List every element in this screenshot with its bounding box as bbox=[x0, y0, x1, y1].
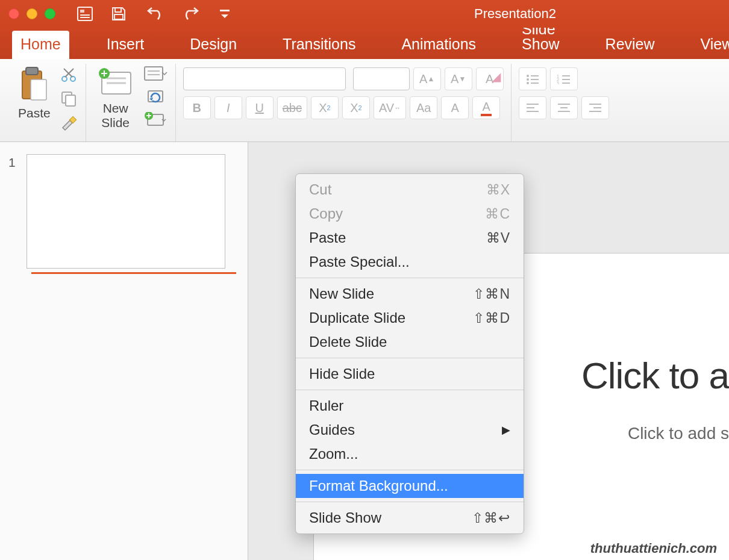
menu-item-shortcut: ⇧⌘N bbox=[473, 286, 510, 302]
tab-transitions[interactable]: Transitions bbox=[274, 31, 364, 59]
menu-item-zoom[interactable]: Zoom... bbox=[296, 442, 524, 466]
font-color-button[interactable]: A bbox=[472, 96, 500, 119]
minimize-window-button[interactable] bbox=[27, 8, 37, 19]
menu-item-paste-special[interactable]: Paste Special... bbox=[296, 250, 524, 274]
tab-animations[interactable]: Animations bbox=[393, 31, 484, 59]
tab-insert[interactable]: Insert bbox=[98, 31, 153, 59]
subtitle-placeholder[interactable]: Click to add s bbox=[628, 424, 729, 443]
char-spacing-button[interactable]: AV↔ bbox=[374, 96, 406, 119]
subscript-button[interactable]: X2 bbox=[342, 96, 370, 119]
menu-item-label: Ruler bbox=[309, 397, 343, 414]
new-slide-label: New Slide bbox=[101, 101, 130, 130]
clear-formatting-button[interactable]: A◢ bbox=[476, 67, 504, 90]
menu-item-new-slide[interactable]: New Slide⇧⌘N bbox=[296, 282, 524, 306]
align-center-button[interactable] bbox=[550, 96, 578, 119]
save-icon[interactable] bbox=[111, 6, 127, 22]
document-title: Presentation2 bbox=[474, 6, 556, 22]
menu-item-label: Zoom... bbox=[309, 446, 358, 462]
menu-item-slide-show[interactable]: Slide Show⇧⌘↩ bbox=[296, 506, 524, 530]
menu-item-hide-slide[interactable]: Hide Slide bbox=[296, 362, 524, 386]
new-slide-button[interactable]: New Slide bbox=[93, 64, 138, 132]
reset-icon[interactable] bbox=[144, 89, 168, 105]
svg-line-12 bbox=[65, 69, 74, 77]
font-group: A▲ A▼ A◢ B I U abc X2 X2 AV↔ Aa A A bbox=[176, 64, 512, 142]
menu-item-copy: Copy⌘C bbox=[296, 202, 524, 226]
window-controls bbox=[8, 8, 55, 19]
tab-review[interactable]: Review bbox=[597, 31, 663, 59]
menu-item-label: Paste Special... bbox=[309, 254, 410, 270]
tab-view[interactable]: View bbox=[692, 31, 729, 59]
paste-label: Paste bbox=[18, 106, 51, 120]
svg-point-33 bbox=[527, 78, 529, 81]
bullets-button[interactable] bbox=[519, 67, 546, 90]
thumbnail-number: 1 bbox=[8, 154, 16, 170]
tab-design[interactable]: Design bbox=[181, 31, 245, 59]
menu-item-duplicate-slide[interactable]: Duplicate Slide⇧⌘D bbox=[296, 306, 524, 330]
zoom-window-button[interactable] bbox=[45, 8, 55, 19]
thumbnail-selection-indicator bbox=[31, 272, 236, 274]
form-icon[interactable] bbox=[77, 7, 93, 21]
font-size-combo[interactable] bbox=[353, 67, 410, 90]
menu-item-label: Guides bbox=[309, 422, 355, 438]
svg-rect-5 bbox=[114, 14, 123, 19]
titlebar: Presentation2 bbox=[0, 0, 729, 28]
cut-icon[interactable] bbox=[60, 66, 78, 83]
font-name-combo[interactable] bbox=[183, 67, 346, 90]
menu-separator bbox=[296, 358, 524, 358]
svg-rect-8 bbox=[26, 67, 38, 75]
paste-button[interactable]: Paste bbox=[14, 64, 54, 123]
customize-qat-icon[interactable] bbox=[219, 8, 230, 19]
layout-icon[interactable] bbox=[144, 66, 168, 82]
format-painter-icon[interactable] bbox=[60, 114, 78, 131]
bold-button[interactable]: B bbox=[183, 96, 211, 119]
menu-item-label: Delete Slide bbox=[309, 334, 387, 350]
italic-button[interactable]: I bbox=[214, 96, 242, 119]
strikethrough-button[interactable]: abc bbox=[277, 96, 307, 119]
thumbnail-item[interactable]: 1 bbox=[8, 154, 239, 269]
menu-separator bbox=[296, 390, 524, 390]
svg-line-13 bbox=[64, 69, 72, 77]
align-right-button[interactable] bbox=[581, 96, 609, 119]
thumbnail-preview[interactable] bbox=[27, 154, 225, 269]
title-placeholder[interactable]: Click to a bbox=[581, 354, 729, 397]
menu-item-label: Hide Slide bbox=[309, 366, 375, 382]
menu-item-label: Duplicate Slide bbox=[309, 310, 405, 326]
menu-item-label: Cut bbox=[309, 181, 331, 198]
highlight-button[interactable]: A bbox=[441, 96, 469, 119]
tab-home[interactable]: Home bbox=[12, 31, 69, 59]
menu-item-ruler[interactable]: Ruler bbox=[296, 394, 524, 418]
menu-item-delete-slide[interactable]: Delete Slide bbox=[296, 330, 524, 354]
svg-rect-26 bbox=[148, 91, 163, 102]
clipboard-group: Paste bbox=[7, 64, 86, 142]
paragraph-group: 123 bbox=[512, 64, 616, 142]
increase-font-button[interactable]: A▲ bbox=[413, 67, 441, 90]
change-case-button[interactable]: Aa bbox=[410, 96, 437, 119]
menu-item-guides[interactable]: Guides▶ bbox=[296, 418, 524, 442]
underline-button[interactable]: U bbox=[246, 96, 274, 119]
ribbon-tabs: Home Insert Design Transitions Animation… bbox=[0, 28, 729, 59]
menu-separator bbox=[296, 470, 524, 470]
menu-item-shortcut: ⇧⌘↩ bbox=[472, 510, 510, 526]
menu-item-label: Format Background... bbox=[309, 478, 448, 494]
menu-item-paste[interactable]: Paste⌘V bbox=[296, 226, 524, 250]
menu-separator bbox=[296, 278, 524, 278]
svg-rect-1 bbox=[80, 10, 84, 13]
slide-thumbnail-panel[interactable]: 1 bbox=[0, 142, 248, 560]
copy-icon[interactable] bbox=[60, 90, 78, 107]
section-icon[interactable] bbox=[144, 112, 168, 128]
svg-rect-9 bbox=[31, 79, 46, 100]
undo-icon[interactable] bbox=[145, 7, 165, 20]
svg-point-31 bbox=[527, 75, 529, 77]
close-window-button[interactable] bbox=[8, 8, 19, 19]
svg-rect-0 bbox=[78, 7, 92, 20]
menu-item-cut: Cut⌘X bbox=[296, 178, 524, 202]
decrease-font-button[interactable]: A▼ bbox=[445, 67, 472, 90]
menu-item-shortcut: ⌘X bbox=[486, 182, 510, 198]
numbering-button[interactable]: 123 bbox=[550, 67, 578, 90]
menu-item-format-background[interactable]: Format Background... bbox=[296, 474, 524, 498]
context-menu[interactable]: Cut⌘XCopy⌘CPaste⌘VPaste Special...New Sl… bbox=[295, 173, 524, 534]
align-left-button[interactable] bbox=[519, 96, 546, 119]
superscript-button[interactable]: X2 bbox=[311, 96, 339, 119]
redo-icon[interactable] bbox=[183, 7, 201, 20]
attribution-watermark: thuthuattienich.com bbox=[590, 541, 717, 556]
